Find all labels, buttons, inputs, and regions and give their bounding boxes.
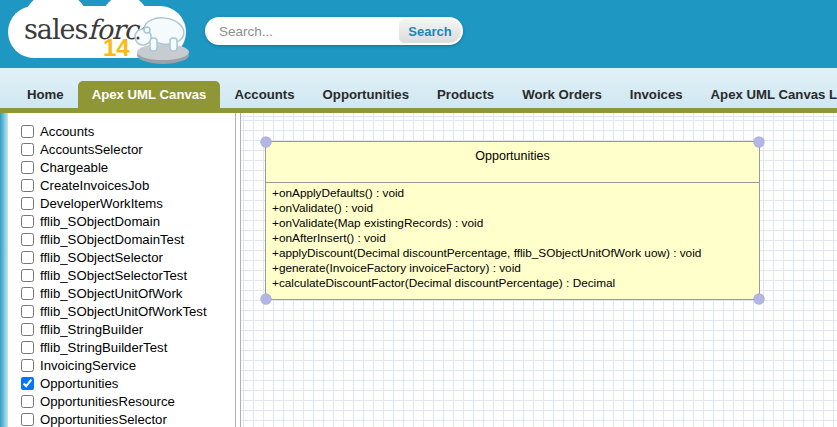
tab-home[interactable]: Home: [13, 81, 78, 108]
class-list-item[interactable]: DeveloperWorkItems: [21, 194, 235, 212]
class-label: fflib_SObjectUnitOfWorkTest: [40, 304, 207, 319]
class-label: InvoicingService: [40, 358, 136, 373]
class-label: fflib_SObjectUnitOfWork: [40, 286, 182, 301]
app-header: salesforce 14 Search: [0, 0, 837, 68]
uml-method: +onValidate(Map existingRecords) : void: [272, 216, 753, 231]
class-list-item[interactable]: Opportunities: [21, 374, 235, 392]
brand-sales: sales: [24, 14, 87, 45]
class-label: OpportunitiesResource: [40, 394, 175, 409]
class-checkbox[interactable]: [21, 215, 34, 228]
class-checkbox[interactable]: [21, 179, 34, 192]
uml-method: +onValidate() : void: [272, 201, 753, 216]
class-checkbox[interactable]: [21, 269, 34, 282]
class-checkbox[interactable]: [21, 125, 34, 138]
class-checkbox[interactable]: [21, 143, 34, 156]
tab-apex-uml-canvas[interactable]: Apex UML Canvas: [78, 81, 221, 108]
class-checkbox[interactable]: [21, 377, 34, 390]
uml-method: +onAfterInsert() : void: [272, 231, 753, 246]
class-list-item[interactable]: CreateInvoicesJob: [21, 176, 235, 194]
search-input[interactable]: [219, 18, 389, 44]
class-checkbox[interactable]: [21, 359, 34, 372]
class-checkbox[interactable]: [21, 395, 34, 408]
uml-class-header: Opportunities: [266, 142, 759, 183]
class-checkbox[interactable]: [21, 161, 34, 174]
class-label: fflib_SObjectDomainTest: [40, 232, 184, 247]
salesforce-logo: salesforce 14: [4, 0, 214, 68]
tab-work-orders[interactable]: Work Orders: [508, 81, 616, 108]
class-checkbox[interactable]: [21, 323, 34, 336]
class-label: fflib_SObjectSelectorTest: [40, 268, 187, 283]
class-label: fflib_SObjectSelector: [40, 250, 163, 265]
class-label: Opportunities: [40, 376, 118, 391]
uml-method: +onApplyDefaults() : void: [272, 186, 753, 201]
class-checkbox[interactable]: [21, 305, 34, 318]
class-list-item[interactable]: Accounts: [21, 122, 235, 140]
logo-version: 14: [103, 34, 130, 62]
class-list-item[interactable]: Chargeable: [21, 158, 235, 176]
main-content: AccountsAccountsSelectorChargeableCreate…: [0, 113, 837, 427]
class-list-panel: AccountsAccountsSelectorChargeableCreate…: [8, 113, 235, 427]
class-label: CreateInvoicesJob: [40, 178, 149, 193]
uml-canvas[interactable]: Opportunities +onApplyDefaults() : void+…: [241, 113, 837, 427]
class-label: AccountsSelector: [40, 142, 143, 157]
class-checkbox[interactable]: [21, 341, 34, 354]
resize-handle-bottom-left[interactable]: [261, 294, 272, 305]
class-label: DeveloperWorkItems: [40, 196, 163, 211]
class-checkbox[interactable]: [21, 197, 34, 210]
class-list-item[interactable]: OpportunitiesSelector: [21, 410, 235, 427]
tab-invoices[interactable]: Invoices: [616, 81, 697, 108]
uml-class-title: Opportunities: [475, 149, 549, 163]
tab-apex-uml-canvas-local[interactable]: Apex UML Canvas Local: [697, 81, 837, 108]
class-label: OpportunitiesSelector: [40, 412, 167, 427]
uml-class-box[interactable]: Opportunities +onApplyDefaults() : void+…: [265, 141, 760, 300]
polar-bear-icon: [122, 2, 200, 66]
class-list: AccountsAccountsSelectorChargeableCreate…: [21, 122, 235, 427]
tab-bar: HomeApex UML CanvasAccountsOpportunities…: [0, 81, 837, 108]
search-button[interactable]: Search: [399, 19, 461, 43]
class-list-item[interactable]: InvoicingService: [21, 356, 235, 374]
class-list-item[interactable]: OpportunitiesResource: [21, 392, 235, 410]
resize-handle-top-left[interactable]: [261, 137, 272, 148]
search-box: Search: [205, 17, 463, 45]
class-checkbox[interactable]: [21, 233, 34, 246]
tab-opportunities[interactable]: Opportunities: [309, 81, 423, 108]
tab-products[interactable]: Products: [423, 81, 508, 108]
class-checkbox[interactable]: [21, 287, 34, 300]
class-label: fflib_StringBuilderTest: [40, 340, 167, 355]
resize-handle-bottom-right[interactable]: [754, 294, 765, 305]
class-list-item[interactable]: fflib_SObjectSelector: [21, 248, 235, 266]
tab-strip: HomeApex UML CanvasAccountsOpportunities…: [0, 68, 837, 113]
class-list-item[interactable]: fflib_StringBuilderTest: [21, 338, 235, 356]
class-label: fflib_StringBuilder: [40, 322, 143, 337]
class-list-item[interactable]: fflib_SObjectDomainTest: [21, 230, 235, 248]
class-list-item[interactable]: fflib_SObjectDomain: [21, 212, 235, 230]
class-label: Accounts: [40, 124, 94, 139]
class-list-item[interactable]: fflib_StringBuilder: [21, 320, 235, 338]
class-list-item[interactable]: fflib_SObjectUnitOfWorkTest: [21, 302, 235, 320]
tab-accounts[interactable]: Accounts: [220, 81, 308, 108]
class-list-item[interactable]: AccountsSelector: [21, 140, 235, 158]
class-checkbox[interactable]: [21, 251, 34, 264]
class-label: Chargeable: [40, 160, 108, 175]
class-checkbox[interactable]: [21, 413, 34, 426]
class-list-item[interactable]: fflib_SObjectUnitOfWork: [21, 284, 235, 302]
uml-method: +generate(InvoiceFactory invoiceFactory)…: [272, 261, 753, 276]
resize-handle-top-right[interactable]: [754, 137, 765, 148]
uml-method: +applyDiscount(Decimal discountPercentag…: [272, 246, 753, 261]
uml-methods: +onApplyDefaults() : void+onValidate() :…: [266, 183, 759, 294]
class-label: fflib_SObjectDomain: [40, 214, 160, 229]
uml-method: +calculateDiscountFactor(Decimal discoun…: [272, 276, 753, 291]
class-list-item[interactable]: fflib_SObjectSelectorTest: [21, 266, 235, 284]
page-left-border: [0, 113, 8, 427]
